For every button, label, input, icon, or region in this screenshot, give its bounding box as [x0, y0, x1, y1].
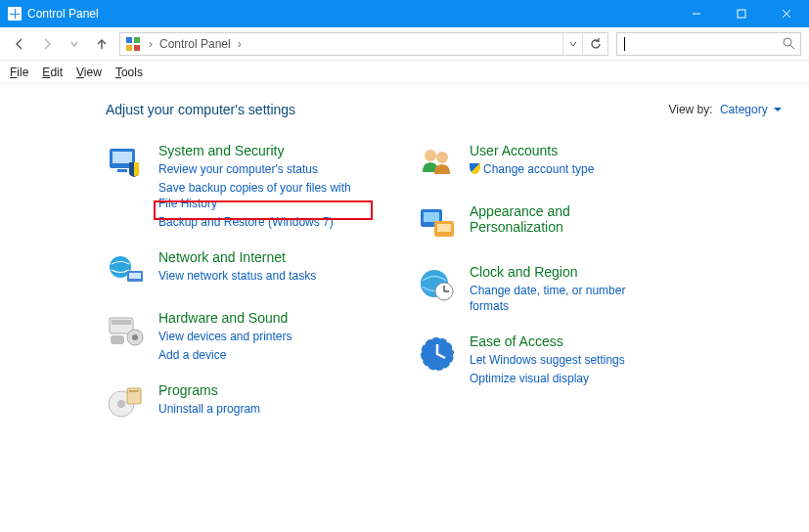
svg-point-27 [436, 152, 448, 163]
svg-point-20 [132, 334, 138, 340]
link-add-device[interactable]: Add a device [158, 347, 292, 363]
appearance-icon [417, 203, 458, 244]
nav-bar: › Control Panel › [0, 27, 809, 61]
svg-point-23 [117, 400, 125, 408]
ease-of-access-icon [417, 333, 458, 375]
svg-point-26 [425, 150, 436, 161]
svg-rect-13 [117, 169, 127, 172]
control-panel-icon [8, 7, 22, 21]
svg-rect-16 [129, 273, 141, 279]
system-security-icon [106, 143, 147, 184]
address-icon [123, 34, 143, 54]
minimize-button[interactable] [674, 0, 719, 27]
menu-edit[interactable]: Edit [42, 66, 63, 79]
link-windows-suggest[interactable]: Let Windows suggest settings [470, 352, 625, 368]
window-controls [674, 0, 809, 27]
back-button[interactable] [8, 32, 31, 56]
content-area: Adjust your computer's settings View by:… [0, 84, 809, 443]
view-by-control[interactable]: View by: Category [668, 103, 782, 116]
search-box[interactable] [616, 32, 801, 56]
svg-rect-1 [738, 10, 745, 18]
page-heading: Adjust your computer's settings [106, 102, 295, 117]
category-title-network[interactable]: Network and Internet [158, 249, 316, 265]
link-devices-printers[interactable]: View devices and printers [158, 329, 292, 344]
link-file-history[interactable]: Save backup copies of your files with Fi… [158, 180, 360, 211]
link-date-time-formats[interactable]: Change date, time, or number formats [470, 283, 661, 314]
search-input[interactable] [621, 36, 781, 52]
link-review-status[interactable]: Review your computer's status [158, 161, 360, 177]
svg-rect-6 [134, 37, 140, 43]
up-button[interactable] [90, 32, 113, 56]
clock-icon [417, 264, 458, 305]
link-uninstall[interactable]: Uninstall a program [158, 401, 260, 417]
svg-rect-21 [111, 335, 124, 344]
programs-icon [106, 382, 147, 423]
svg-rect-12 [112, 152, 132, 163]
window-title: Control Panel [27, 7, 99, 21]
svg-rect-29 [424, 212, 439, 222]
breadcrumb-sep-1[interactable]: › [235, 37, 245, 51]
view-by-label: View by: [668, 103, 712, 116]
address-history-dropdown[interactable] [562, 33, 582, 55]
svg-rect-8 [134, 45, 140, 51]
address-bar[interactable]: › Control Panel › [119, 32, 608, 56]
category-title-appearance[interactable]: Appearance and Personalization [470, 203, 661, 235]
breadcrumb-item-control-panel[interactable]: Control Panel [156, 33, 235, 55]
category-hardware: Hardware and Sound View devices and prin… [106, 310, 360, 363]
menu-file[interactable]: File [10, 66, 28, 79]
svg-rect-31 [437, 224, 451, 232]
category-ease: Ease of Access Let Windows suggest setti… [417, 333, 661, 386]
category-title-users[interactable]: User Accounts [470, 143, 594, 158]
link-backup-restore[interactable]: Backup and Restore (Windows 7) [158, 214, 360, 230]
svg-rect-5 [126, 37, 132, 43]
link-optimize-display[interactable]: Optimize visual display [470, 371, 625, 386]
close-button[interactable] [764, 0, 809, 27]
svg-rect-25 [129, 390, 139, 392]
category-user-accounts: User Accounts Change account type [417, 143, 661, 184]
svg-rect-18 [112, 320, 131, 325]
category-title-ease[interactable]: Ease of Access [470, 333, 625, 349]
menu-bar: File Edit View Tools [0, 61, 809, 84]
forward-button[interactable] [35, 32, 59, 56]
category-programs: Programs Uninstall a program [106, 382, 360, 423]
category-title-programs[interactable]: Programs [158, 382, 260, 398]
category-system-security: System and Security Review your computer… [106, 143, 360, 230]
breadcrumb-sep-root[interactable]: › [146, 37, 156, 51]
search-icon[interactable] [781, 37, 796, 50]
network-icon [106, 249, 147, 290]
link-change-account-type[interactable]: Change account type [470, 161, 594, 177]
svg-line-10 [790, 45, 794, 49]
category-appearance: Appearance and Personalization [417, 203, 661, 244]
text-cursor [624, 37, 625, 51]
hardware-icon [106, 310, 147, 351]
view-by-value: Category [720, 103, 768, 116]
maximize-button[interactable] [719, 0, 764, 27]
category-title-clock[interactable]: Clock and Region [470, 264, 661, 280]
category-clock: Clock and Region Change date, time, or n… [417, 264, 661, 314]
chevron-down-icon [774, 108, 782, 115]
titlebar: Control Panel [0, 0, 809, 27]
menu-tools[interactable]: Tools [115, 66, 143, 79]
user-accounts-icon [417, 143, 458, 184]
category-title-hardware[interactable]: Hardware and Sound [158, 310, 292, 326]
refresh-button[interactable] [582, 33, 607, 55]
link-network-status[interactable]: View network status and tasks [158, 268, 316, 284]
svg-rect-7 [126, 45, 132, 51]
category-title-system-security[interactable]: System and Security [158, 143, 360, 158]
category-network: Network and Internet View network status… [106, 249, 360, 290]
svg-point-9 [784, 38, 791, 46]
menu-view[interactable]: View [76, 66, 102, 79]
recent-locations-button[interactable] [63, 32, 86, 56]
